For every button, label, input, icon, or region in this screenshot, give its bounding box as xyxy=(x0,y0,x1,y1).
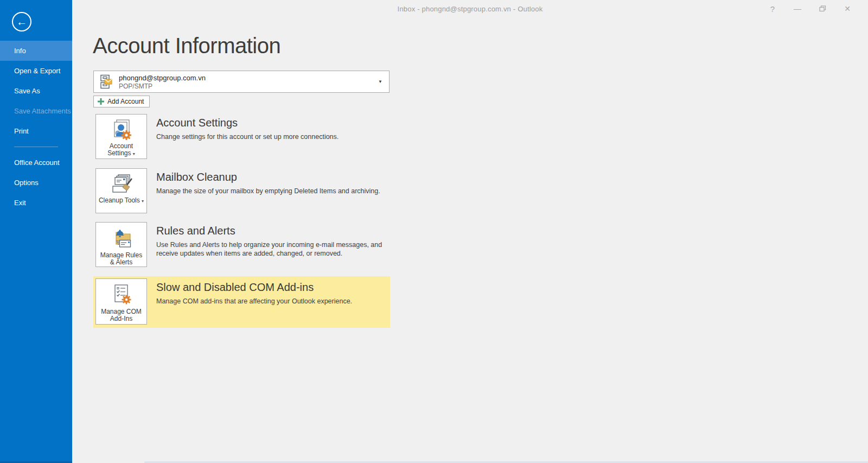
account-email: phongnd@stpgroup.com.vn xyxy=(119,74,372,83)
section-description: Use Rules and Alerts to help organize yo… xyxy=(156,241,391,258)
com-addins-icon xyxy=(110,284,133,306)
manage-rules-alerts-button[interactable]: Manage Rules & Alerts xyxy=(95,222,147,267)
sidebar-item-exit[interactable]: Exit xyxy=(0,193,72,213)
section-rules-alerts: Manage Rules & Alerts Rules and Alerts U… xyxy=(95,222,147,267)
sidebar-item-print[interactable]: Print xyxy=(0,121,72,141)
section-heading: Account Settings xyxy=(156,116,395,129)
sidebar-item-open-export[interactable]: Open & Export xyxy=(0,61,72,81)
account-settings-text: Account Settings Change settings for thi… xyxy=(156,114,395,142)
manage-com-addins-button-label: Manage COM Add-Ins xyxy=(98,308,145,322)
page-title: Account Information xyxy=(93,34,280,58)
sidebar-item-office-account[interactable]: Office Account xyxy=(0,153,72,173)
chevron-down-icon: ▼ xyxy=(372,79,389,84)
mailbox-cleanup-icon xyxy=(109,174,134,194)
section-description: Manage the size of your mailbox by empty… xyxy=(156,187,391,196)
account-protocol: POP/SMTP xyxy=(119,83,372,90)
back-arrow-icon: ← xyxy=(16,16,27,27)
dropdown-caret-icon: ▾ xyxy=(142,199,144,204)
section-heading: Mailbox Cleanup xyxy=(156,170,395,183)
back-button[interactable]: ← xyxy=(12,12,31,31)
sidebar-item-info[interactable]: Info xyxy=(0,41,72,61)
sidebar-divider xyxy=(14,147,58,147)
cleanup-tools-button-label: Cleanup Tools ▾ xyxy=(98,197,145,205)
backstage-sidebar: ← Info Open & Export Save As Save Attach… xyxy=(0,0,72,463)
sidebar-item-save-attachments: Save Attachments xyxy=(0,101,72,121)
section-account-settings: Account Settings ▾ Account Settings Chan… xyxy=(95,114,147,159)
com-addins-text: Slow and Disabled COM Add-ins Manage COM… xyxy=(156,278,395,306)
account-settings-icon xyxy=(110,119,133,140)
mailbox-cleanup-text: Mailbox Cleanup Manage the size of your … xyxy=(156,168,395,196)
plus-icon xyxy=(98,98,104,105)
account-settings-button-label: Account Settings ▾ xyxy=(98,143,145,157)
rules-alerts-text: Rules and Alerts Use Rules and Alerts to… xyxy=(156,222,395,258)
manage-com-addins-button[interactable]: Manage COM Add-Ins xyxy=(95,278,147,325)
account-summary: phongnd@stpgroup.com.vn POP/SMTP xyxy=(119,74,372,90)
account-settings-button[interactable]: Account Settings ▾ xyxy=(95,114,147,159)
section-mailbox-cleanup: Cleanup Tools ▾ Mailbox Cleanup Manage t… xyxy=(95,168,147,213)
cleanup-tools-button[interactable]: Cleanup Tools ▾ xyxy=(95,168,147,213)
manage-rules-alerts-button-label: Manage Rules & Alerts xyxy=(98,252,145,266)
add-account-label: Add Account xyxy=(107,98,144,105)
section-com-addins: Manage COM Add-Ins Slow and Disabled COM… xyxy=(95,278,147,325)
section-description: Manage COM add-ins that are affecting yo… xyxy=(156,297,391,306)
dropdown-caret-icon: ▾ xyxy=(133,151,135,156)
account-selector-dropdown[interactable]: phongnd@stpgroup.com.vn POP/SMTP ▼ xyxy=(93,71,390,93)
backstage-nav: Info Open & Export Save As Save Attachme… xyxy=(0,41,72,213)
section-heading: Rules and Alerts xyxy=(156,224,395,237)
file-cabinet-envelope-icon xyxy=(94,74,119,90)
add-account-button[interactable]: Add Account xyxy=(93,96,150,107)
account-information-page: Account Information phongnd@stpgroup.com… xyxy=(72,0,868,463)
rules-alerts-icon xyxy=(110,227,133,249)
section-heading: Slow and Disabled COM Add-ins xyxy=(156,281,395,294)
sidebar-item-save-as[interactable]: Save As xyxy=(0,81,72,101)
section-description: Change settings for this account or set … xyxy=(156,133,391,142)
sidebar-item-options[interactable]: Options xyxy=(0,173,72,193)
